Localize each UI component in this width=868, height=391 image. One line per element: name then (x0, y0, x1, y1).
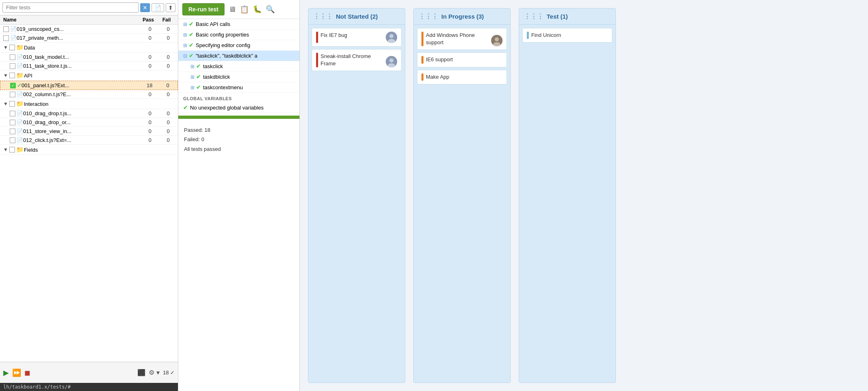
row-checkbox[interactable] (9, 73, 15, 78)
row-fail: 0 (160, 137, 176, 143)
expand-icon[interactable]: ▼ (3, 73, 8, 78)
file-icon: 📄 (17, 91, 23, 97)
row-pass: 0 (140, 91, 160, 97)
global-vars-item[interactable]: ✔ No unexpected global variables (178, 103, 299, 113)
row-checkbox[interactable] (10, 137, 15, 143)
search-icon-button[interactable]: 🔍 (266, 5, 275, 14)
test-item[interactable]: ⊞ ✔ Basic config properties (178, 30, 299, 40)
bug-icon-button[interactable]: 🐛 (253, 5, 262, 14)
drag-handle-icon[interactable]: ⋮⋮⋮ (524, 13, 543, 20)
file-icon: 📄 (17, 110, 23, 116)
test-item[interactable]: ⊞ ✔ taskclick (178, 61, 299, 72)
expand-icon[interactable]: ⊞ (190, 85, 195, 90)
row-pass: 18 (139, 82, 160, 88)
clear-filter-button[interactable]: ✕ (140, 3, 150, 12)
settings-button[interactable]: ⚙ ▾ (149, 369, 159, 376)
tree-row-folder[interactable]: ▼ 📁 API (0, 71, 178, 81)
pass-count: 18 ✓ (163, 370, 175, 376)
kanban-card[interactable]: Sneak-install Chrome Frame (312, 49, 402, 71)
sort-button[interactable]: ⬆ (166, 3, 175, 12)
tree-row[interactable]: 📄 012_click.t.js?Ext=... 0 0 (0, 136, 178, 145)
row-label: Fields (24, 147, 140, 153)
tree-row-folder[interactable]: ▼ 📁 Interaction (0, 99, 178, 109)
row-checkbox[interactable] (9, 101, 15, 107)
drag-handle-icon[interactable]: ⋮⋮⋮ (419, 13, 438, 20)
tree-row[interactable]: 📄 019_unscoped_cs... 0 0 (0, 25, 178, 34)
tree-row[interactable]: 📄 010_drag_drop_or... 0 0 (0, 118, 178, 127)
row-fail: 0 (160, 35, 176, 41)
kanban-card[interactable]: Add Windows Phone support (417, 28, 507, 50)
tree-row[interactable]: 📄 011_task_store.t.js... 0 0 (0, 62, 178, 71)
expand-icon[interactable]: ⊞ (183, 43, 187, 48)
kanban-card[interactable]: IE6 support (417, 52, 507, 67)
row-checkbox[interactable]: ✓ (10, 83, 16, 88)
search-input[interactable] (2, 2, 139, 13)
text-icon-button[interactable]: 📋 (240, 5, 249, 14)
row-fail: 0 (160, 110, 176, 116)
kanban-card[interactable]: Make App (417, 70, 507, 84)
left-panel: ✕ 📄 ⬆ Name Pass Fail 📄 019_unscoped_cs..… (0, 0, 178, 391)
test-item[interactable]: ⊞ ✔ Basic API calls (178, 19, 299, 30)
row-checkbox[interactable] (10, 63, 15, 69)
tree-row-folder[interactable]: ▼ 📁 Data (0, 43, 178, 53)
page-filter-button[interactable]: 📄 (152, 3, 164, 12)
row-label: 017_private_meth... (17, 35, 140, 41)
tree-row[interactable]: 📄 002_column.t.js?E... 0 0 (0, 90, 178, 99)
row-fail: 0 (160, 82, 176, 88)
tree-header: Name Pass Fail (0, 15, 178, 25)
rerun-button[interactable]: Re-run test (182, 3, 224, 15)
fast-forward-button[interactable]: ⏩ (12, 368, 21, 377)
expand-icon[interactable]: ▼ (3, 45, 8, 50)
kanban-card[interactable]: Fix IE7 bug (312, 28, 402, 47)
test-item[interactable]: ⊞ ✔ Specifying editor config (178, 40, 299, 51)
expand-icon[interactable]: ⊞ (190, 64, 195, 69)
kanban-column-header: ⋮⋮⋮ Test (1) (519, 9, 616, 25)
tree-row-selected[interactable]: ✓ ✓ 001_panel.t.js?Ext... 18 0 (0, 81, 178, 90)
row-checkbox[interactable] (3, 26, 9, 32)
stop-button[interactable]: ◼ (24, 368, 30, 377)
bottom-toolbar: ▶ ⏩ ◼ ⬛ ⚙ ▾ 18 ✓ (0, 362, 178, 383)
row-checkbox[interactable] (9, 147, 15, 153)
row-checkbox[interactable] (3, 35, 9, 41)
drag-handle-icon[interactable]: ⋮⋮⋮ (313, 13, 333, 20)
file-icon: 📄 (17, 128, 23, 134)
test-label: Basic config properties (196, 32, 295, 38)
kanban-column-not-started: ⋮⋮⋮ Not Started (2) Fix IE7 bug Sn (308, 8, 405, 383)
expand-icon[interactable]: ⊞ (183, 21, 187, 27)
monitor-icon-button[interactable]: 🖥 (229, 5, 236, 14)
folder-icon: 📁 (16, 44, 24, 51)
test-item-active[interactable]: ⊟ ✔ "taskclick", "taskdblclick" a (178, 51, 299, 61)
test-item[interactable]: ⊞ ✔ taskdblclick (178, 72, 299, 82)
row-checkbox[interactable] (10, 129, 15, 134)
kanban-card[interactable]: Find Unicorn (522, 28, 612, 43)
row-pass: 0 (140, 128, 160, 134)
view-button[interactable]: ⬛ (137, 369, 145, 376)
row-fail: 0 (160, 63, 176, 69)
row-label: Interaction (24, 101, 140, 107)
expand-icon[interactable]: ⊞ (183, 32, 187, 38)
expand-icon[interactable]: ⊟ (183, 53, 187, 59)
tree-row-folder[interactable]: ▼ 📁 Fields (0, 145, 178, 155)
header-name: Name (3, 17, 138, 23)
expand-icon[interactable]: ⊞ (190, 74, 195, 80)
folder-icon: 📁 (16, 146, 24, 153)
row-checkbox[interactable] (10, 54, 15, 60)
row-checkbox[interactable] (10, 111, 15, 116)
test-item[interactable]: ⊞ ✔ taskcontextmenu (178, 82, 299, 93)
expand-icon[interactable]: ▼ (3, 101, 8, 107)
pass-icon: ✔ (189, 42, 193, 48)
row-checkbox[interactable] (10, 120, 15, 125)
row-label: 011_store_view_in... (23, 128, 140, 134)
tree-row[interactable]: 📄 017_private_meth... 0 0 (0, 34, 178, 43)
tree-row[interactable]: 📄 011_store_view_in... 0 0 (0, 127, 178, 136)
card-stripe (316, 32, 318, 43)
row-checkbox[interactable] (10, 92, 15, 97)
expand-icon[interactable]: ▼ (3, 147, 8, 153)
row-pass: 0 (140, 137, 160, 143)
tree-row[interactable]: 📄 010_task_model.t... 0 0 (0, 53, 178, 62)
card-text: IE6 support (426, 56, 502, 63)
tree-row[interactable]: 📄 010_drag_drop.t.js... 0 0 (0, 109, 178, 118)
run-button[interactable]: ▶ (3, 368, 9, 377)
row-checkbox[interactable] (9, 45, 15, 50)
test-tree: 📄 019_unscoped_cs... 0 0 📄 017_private_m… (0, 25, 178, 362)
